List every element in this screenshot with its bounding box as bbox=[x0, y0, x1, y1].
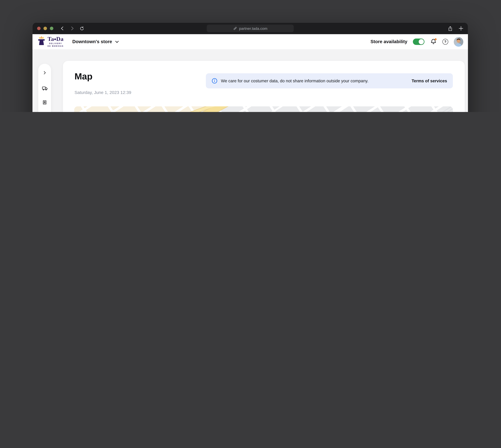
tada-logo: Ta◆Da DELIVERYDE BEBIDAS bbox=[37, 36, 64, 48]
user-avatar[interactable] bbox=[454, 37, 463, 47]
sidebar-item-deliveries[interactable] bbox=[39, 83, 50, 93]
page-datetime: Saturday, June 1, 2023 12:39 bbox=[75, 90, 131, 95]
window-controls bbox=[37, 27, 53, 30]
store-selector-label: Downtown's store bbox=[72, 39, 112, 44]
store-selector[interactable]: Downtown's store bbox=[72, 39, 119, 44]
url-text: partner.tada.com bbox=[239, 26, 267, 31]
browser-titlebar: partner.tada.com bbox=[33, 23, 468, 34]
terms-of-services-link[interactable]: Terms of services bbox=[412, 79, 447, 83]
desktop: partner.tada.com bbox=[0, 0, 501, 112]
brand-tagline: DELIVERYDE BEBIDAS bbox=[48, 42, 64, 47]
map-tiles: 9th Ave N9th Ave N8th Ave N7th Ave N7th … bbox=[74, 106, 453, 112]
new-tab-icon[interactable] bbox=[459, 26, 463, 31]
notification-badge bbox=[434, 38, 436, 40]
browser-window: partner.tada.com bbox=[33, 23, 468, 112]
help-button[interactable]: ? bbox=[442, 39, 448, 45]
zoom-window-button[interactable] bbox=[50, 27, 53, 30]
info-icon bbox=[212, 78, 217, 84]
question-icon: ? bbox=[444, 40, 446, 44]
reload-icon[interactable] bbox=[80, 26, 84, 31]
collapsed-sidebar bbox=[38, 64, 51, 112]
receipt-icon bbox=[42, 100, 48, 105]
close-window-button[interactable] bbox=[37, 27, 41, 30]
map-page-card: Map Saturday, June 1, 2023 12:39 We care… bbox=[63, 61, 465, 112]
app-navbar: Ta◆Da DELIVERYDE BEBIDAS Downtown's stor… bbox=[33, 34, 468, 49]
chevron-right-icon bbox=[44, 71, 46, 74]
brand-wordmark: Ta◆Da bbox=[48, 36, 64, 42]
page-title: Map bbox=[75, 71, 92, 82]
notifications-button[interactable] bbox=[430, 38, 437, 45]
map-canvas[interactable]: 9th Ave N9th Ave N8th Ave N7th Ave N7th … bbox=[74, 106, 453, 112]
minimize-window-button[interactable] bbox=[44, 27, 47, 30]
sidebar-expand-button[interactable] bbox=[39, 67, 50, 78]
chevron-down-icon bbox=[115, 40, 119, 44]
forward-icon[interactable] bbox=[69, 26, 75, 31]
magic-hat-icon bbox=[37, 36, 46, 47]
toggle-knob bbox=[419, 39, 424, 44]
store-availability-toggle[interactable] bbox=[413, 39, 424, 45]
banner-text: We care for our costumer data, do not sh… bbox=[221, 79, 408, 83]
link-icon bbox=[233, 26, 237, 31]
store-availability-label: Store availability bbox=[370, 39, 407, 44]
address-bar[interactable]: partner.tada.com bbox=[207, 25, 294, 32]
privacy-banner: We care for our costumer data, do not sh… bbox=[206, 73, 453, 88]
sidebar-item-orders[interactable] bbox=[39, 97, 50, 108]
truck-icon bbox=[42, 85, 48, 91]
share-icon[interactable] bbox=[448, 26, 453, 31]
avatar-photo bbox=[454, 37, 463, 47]
back-icon[interactable] bbox=[60, 26, 65, 31]
